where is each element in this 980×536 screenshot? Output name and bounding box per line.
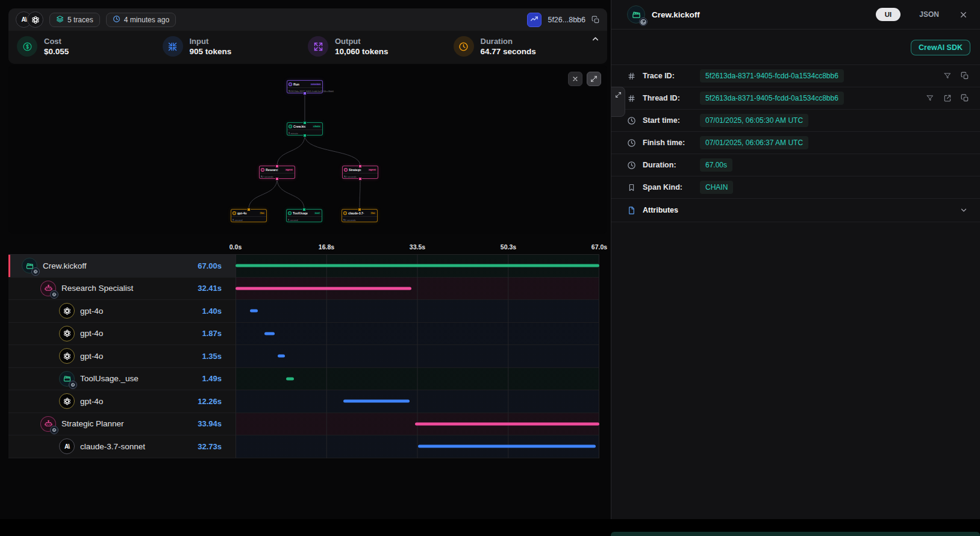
span-row[interactable]: ToolUsage._use 1.49s [8, 368, 599, 391]
graph-node[interactable]: Research Speciali... agent 32 seconds [259, 166, 295, 179]
panel-close-icon[interactable] [959, 10, 968, 19]
openai-logo-icon [27, 11, 43, 28]
detail-icon [627, 161, 636, 170]
span-details-list: Trace ID: 5f2613da-8371-9405-fcdd-0a1534… [611, 64, 980, 198]
span-row-track [236, 323, 599, 345]
span-bar[interactable] [278, 355, 285, 358]
filter-action-icon[interactable] [943, 72, 952, 80]
span-row[interactable]: Strategic Planner 33.94s [8, 413, 599, 436]
node-kind-badge: tool [314, 211, 321, 214]
graph-node[interactable]: Crew.kickoff chain 1 minute [287, 122, 323, 136]
axis-tick-label: 33.5s [410, 243, 425, 251]
span-row-track [236, 390, 599, 413]
node-handle [302, 208, 306, 211]
metrics-button[interactable] [527, 13, 541, 27]
output-stat-icon [308, 36, 328, 57]
span-bar[interactable] [264, 332, 275, 335]
span-row-duration: 1.35s [202, 352, 222, 361]
span-row-icon: A\ [59, 438, 75, 454]
stat-value: 10,060 tokens [335, 47, 389, 56]
span-row[interactable]: Crew.kickoff 67.00s [8, 255, 599, 278]
copy-action-icon[interactable] [961, 94, 969, 102]
span-bar[interactable] [286, 377, 294, 380]
traces-count-label: 5 traces [67, 16, 93, 24]
node-sub-icon: 33 seconds [343, 219, 345, 220]
node-kind-badge: agent [368, 168, 376, 170]
node-kind-badge: chain [313, 125, 321, 127]
stat-label: Output [335, 37, 389, 46]
sdk-badge-row: CrewAI SDK [611, 30, 980, 64]
node-kind-badge: llm [370, 211, 376, 214]
time-ago-chip[interactable]: 4 minutes ago [106, 13, 176, 27]
node-sub-icon: 1 second [288, 219, 289, 220]
detail-row: Span Kind: CHAIN [611, 176, 980, 198]
span-row-duration: 12.26s [198, 397, 222, 406]
span-row-duration: 32.41s [198, 284, 222, 293]
duration-stat-icon [454, 36, 474, 57]
span-row[interactable]: gpt-4o 12.26s [8, 390, 599, 413]
span-row-icon [59, 303, 75, 319]
detail-value: 67.00s [700, 158, 732, 172]
detail-actions [926, 94, 969, 102]
detail-actions [943, 72, 969, 80]
graph-close-button[interactable] [568, 72, 582, 86]
span-row-icon [59, 393, 75, 409]
stat-value: $0.055 [44, 47, 69, 56]
detail-label: Trace ID: [643, 72, 693, 80]
span-bar[interactable] [418, 445, 596, 448]
graph-node[interactable]: ToolUsage._use tool 1 second [286, 209, 322, 222]
node-handle [275, 177, 279, 181]
node-kind-icon [261, 168, 264, 172]
collapse-stats-chevron-up-icon[interactable] [591, 34, 600, 46]
external-action-icon[interactable] [943, 94, 952, 102]
span-row[interactable]: gpt-4o 1.87s [8, 323, 599, 346]
graph-node[interactable]: Strategic Planner agent 34 seconds [342, 166, 378, 179]
span-row-duration: 1.40s [202, 307, 222, 316]
bottom-section-peek [611, 532, 980, 536]
tab-json[interactable]: JSON [919, 10, 939, 19]
trace-viewer-page: A\ 5 traces 4 minutes ago 5f26...8bb6 [0, 0, 980, 536]
panel-title: Crew.kickoff [652, 10, 700, 19]
attributes-section-header[interactable]: Attributes [611, 198, 980, 222]
copy-trace-id-button[interactable] [591, 16, 600, 24]
span-table: Crew.kickoff 67.00s Research Specialist … [8, 254, 599, 458]
span-bar[interactable] [415, 422, 599, 425]
node-kind-icon [343, 211, 347, 215]
axis-tick-label: 50.3s [501, 243, 516, 251]
node-handle [358, 164, 362, 168]
span-bar[interactable] [250, 310, 258, 313]
span-row-label: Crew.kickoff [43, 261, 192, 270]
node-label: claude-3.7-sonnet [348, 211, 364, 214]
span-row-label: gpt-4o [80, 329, 196, 338]
span-row[interactable]: gpt-4o 1.35s [8, 345, 599, 368]
node-handle [358, 177, 362, 181]
layers-icon [56, 15, 64, 25]
attributes-label: Attributes [643, 206, 678, 214]
span-bar[interactable] [343, 400, 410, 403]
filter-action-icon[interactable] [926, 94, 934, 102]
tab-ui[interactable]: UI [876, 8, 901, 21]
span-bar[interactable] [236, 264, 599, 267]
graph-node[interactable]: claude-3.7-sonnet llm 33 seconds [342, 209, 378, 222]
graph-node[interactable]: gpt-4o llm 1 second [231, 209, 267, 222]
panel-expand-handle[interactable] [611, 87, 625, 117]
span-row-label: gpt-4o [80, 307, 196, 316]
clock-icon [113, 15, 120, 25]
span-row[interactable]: A\ claude-3.7-sonnet 32.73s [8, 435, 599, 458]
detail-value: 5f2613da-8371-9405-fcdd-0a1534cc8bb6 [700, 69, 844, 83]
graph-node[interactable]: Run session 5f2613da-8371-9405-fcdd-0a15… [287, 80, 323, 93]
span-row-icon [40, 281, 56, 296]
span-waterfall: 0.0s16.8s33.5s50.3s67.0s Crew.kickoff 67… [8, 243, 599, 458]
span-row-name-cell: Strategic Planner 33.94s [8, 413, 236, 435]
stat-item: Duration 64.77 seconds [454, 36, 599, 57]
span-row-track [236, 413, 599, 435]
span-row[interactable]: Research Specialist 32.41s [8, 278, 599, 301]
copy-action-icon[interactable] [961, 72, 969, 80]
span-row[interactable]: gpt-4o 1.40s [8, 300, 599, 323]
traces-count-chip[interactable]: 5 traces [49, 13, 100, 27]
graph-maximize-button[interactable] [587, 72, 601, 86]
span-bar[interactable] [236, 287, 411, 290]
trace-topbar: A\ 5 traces 4 minutes ago 5f26...8bb6 [8, 8, 607, 31]
span-row-duration: 32.73s [198, 442, 222, 451]
span-row-duration: 67.00s [198, 261, 222, 270]
